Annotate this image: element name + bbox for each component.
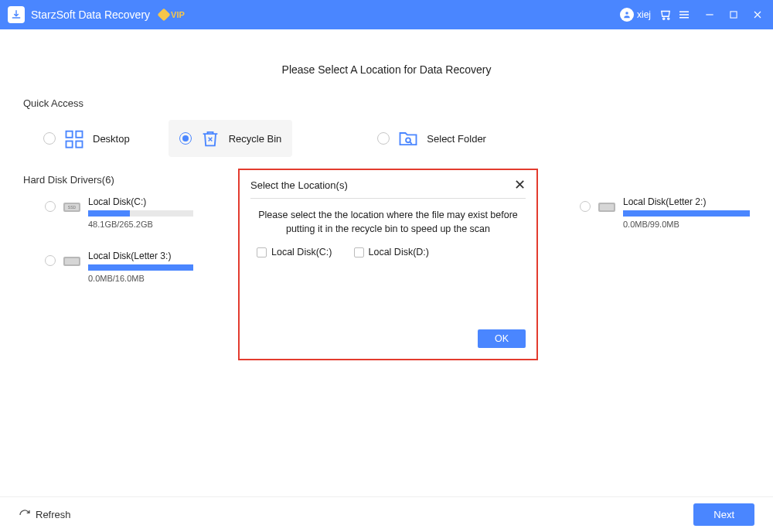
radio-icon bbox=[45, 201, 56, 212]
option-label: Local Disk(D:) bbox=[369, 247, 430, 257]
modal-message: Please select the the location where the… bbox=[250, 199, 526, 247]
quick-item-label: Select Folder bbox=[427, 133, 486, 145]
close-icon[interactable]: ✕ bbox=[514, 178, 526, 192]
diamond-icon bbox=[158, 9, 171, 22]
ok-button[interactable]: OK bbox=[478, 329, 526, 348]
svg-text:SSD: SSD bbox=[68, 205, 77, 210]
usage-bar bbox=[88, 264, 193, 271]
next-button[interactable]: Next bbox=[693, 503, 754, 526]
refresh-icon bbox=[19, 509, 31, 521]
folder-search-icon bbox=[397, 128, 419, 149]
usage-bar bbox=[623, 210, 750, 217]
refresh-button[interactable]: Refresh bbox=[19, 509, 71, 521]
menu-icon[interactable] bbox=[677, 8, 691, 22]
disk-icon: SSD bbox=[62, 198, 82, 215]
usage-bar bbox=[88, 210, 193, 217]
radio-icon bbox=[179, 132, 192, 145]
disk-icon bbox=[62, 252, 82, 269]
radio-icon bbox=[43, 132, 56, 145]
maximize-button[interactable] bbox=[728, 9, 739, 20]
drive-size: 0.0MB/99.0MB bbox=[623, 220, 750, 229]
recycle-bin-icon bbox=[199, 128, 221, 149]
svg-point-0 bbox=[625, 12, 628, 15]
radio-icon bbox=[45, 255, 56, 266]
checkbox-icon bbox=[354, 247, 364, 257]
svg-point-8 bbox=[406, 138, 410, 142]
option-label: Local Disk(C:) bbox=[271, 247, 332, 257]
app-name: StarzSoft Data Recovery bbox=[31, 9, 150, 21]
quick-item-recycle-bin[interactable]: Recycle Bin bbox=[169, 120, 293, 157]
svg-rect-3 bbox=[730, 12, 737, 18]
svg-point-2 bbox=[668, 18, 669, 19]
titlebar: StarzSoft Data Recovery VIP xiej bbox=[0, 0, 773, 29]
quick-access-row: Desktop Recycle Bin Select Folder bbox=[23, 120, 750, 157]
cart-icon[interactable] bbox=[659, 8, 673, 22]
checkbox-icon bbox=[257, 247, 267, 257]
disk-icon bbox=[597, 198, 617, 215]
modal-title: Select the Location(s) bbox=[250, 179, 348, 191]
location-modal: Select the Location(s) ✕ Please select t… bbox=[238, 169, 538, 360]
drive-item[interactable]: Local Disk(Letter 2:) 0.0MB/99.0MB bbox=[580, 196, 750, 229]
user-name: xiej bbox=[637, 9, 651, 20]
svg-rect-7 bbox=[76, 142, 82, 148]
minimize-button[interactable] bbox=[703, 9, 716, 21]
drive-item[interactable]: Local Disk(Letter 3:) 0.0MB/16.0MB bbox=[45, 251, 193, 283]
drive-size: 0.0MB/16.0MB bbox=[88, 274, 193, 283]
user-account[interactable]: xiej bbox=[620, 8, 651, 22]
svg-rect-4 bbox=[66, 131, 73, 138]
quick-access-label: Quick Access bbox=[23, 97, 750, 109]
drive-name: Local Disk(Letter 3:) bbox=[88, 251, 193, 261]
vip-label: VIP bbox=[171, 10, 185, 19]
footer: Refresh Next bbox=[0, 496, 773, 532]
close-button[interactable] bbox=[751, 9, 764, 21]
modal-option[interactable]: Local Disk(C:) bbox=[257, 247, 332, 257]
radio-icon bbox=[580, 201, 591, 212]
drive-name: Local Disk(Letter 2:) bbox=[623, 196, 750, 207]
drive-size: 48.1GB/265.2GB bbox=[88, 220, 193, 229]
quick-item-label: Desktop bbox=[93, 133, 130, 145]
user-avatar-icon bbox=[620, 8, 634, 22]
svg-rect-13 bbox=[600, 204, 614, 210]
svg-rect-6 bbox=[66, 142, 73, 148]
refresh-label: Refresh bbox=[36, 509, 71, 520]
vip-badge: VIP bbox=[159, 10, 185, 19]
drive-name: Local Disk(C:) bbox=[88, 196, 193, 207]
app-logo bbox=[8, 6, 25, 23]
desktop-icon bbox=[63, 128, 85, 149]
svg-rect-5 bbox=[76, 131, 82, 138]
quick-item-desktop[interactable]: Desktop bbox=[32, 120, 141, 157]
drive-item[interactable]: SSD Local Disk(C:) 48.1GB/265.2GB bbox=[45, 196, 193, 229]
quick-item-select-folder[interactable]: Select Folder bbox=[366, 120, 497, 157]
page-heading: Please Select A Location for Data Recove… bbox=[23, 63, 750, 76]
modal-option[interactable]: Local Disk(D:) bbox=[354, 247, 430, 257]
modal-options: Local Disk(C:) Local Disk(D:) bbox=[250, 247, 526, 257]
quick-item-label: Recycle Bin bbox=[229, 133, 282, 145]
radio-icon bbox=[377, 132, 390, 145]
svg-rect-15 bbox=[65, 258, 79, 264]
svg-point-1 bbox=[663, 18, 665, 19]
